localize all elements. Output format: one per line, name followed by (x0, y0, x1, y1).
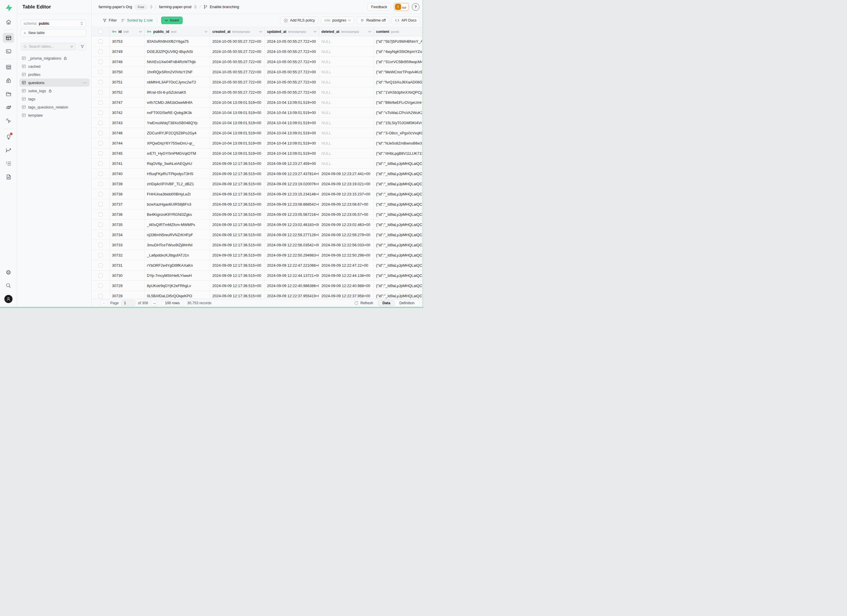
cell-content[interactable]: {"id":"5b7j5Pz9WHBNmY_A (374, 36, 424, 46)
cell-updated_at[interactable]: 2024-10-05 00:55:27.722+00 (265, 87, 319, 97)
cell-public_id[interactable]: vrlh7CMD-JtM1bOweMHfA (145, 97, 210, 107)
cell-id[interactable]: 30730 (110, 271, 145, 280)
cell-public_id[interactable]: 8yUKotr9qGYjK2eFRhgLv (145, 281, 210, 290)
cell-created_at[interactable]: 2024-10-04 13:09:01.519+00 (210, 118, 265, 128)
add-rls-policy-button[interactable]: Add RLS policy (280, 16, 318, 24)
schema-select[interactable]: schema: public (21, 20, 86, 27)
cell-updated_at[interactable]: 2024-09-09 12:22:44.13721+00 (265, 271, 319, 280)
cell-deleted_at[interactable]: NULL (319, 118, 374, 128)
cell-id[interactable]: 30735 (110, 220, 145, 230)
row-checkbox[interactable] (98, 131, 103, 135)
insert-button[interactable]: Insert (161, 16, 183, 24)
new-table-button[interactable]: + New table (21, 29, 86, 37)
cell-id[interactable]: 30742 (110, 108, 145, 118)
cell-content[interactable]: {"id":"B6tr6eEFLrOVgeUmH (374, 97, 424, 107)
cell-created_at[interactable]: 2024-09-09 12:17:36.515+00 (210, 260, 265, 270)
cell-public_id[interactable]: zHDq4c0F0VBF_TL2_dBZ1 (145, 179, 210, 189)
row-checkbox[interactable] (98, 100, 103, 105)
cell-id[interactable]: 30738 (110, 189, 145, 199)
cell-content[interactable]: {"id":"_Id9aLyJpMHQLaiQC (374, 240, 424, 250)
cell-deleted_at[interactable]: 2024-09-09 12:22:47.22+00 (319, 260, 374, 270)
cell-id[interactable]: 30750 (110, 67, 145, 77)
row-checkbox[interactable] (98, 243, 103, 247)
chevron-down-icon[interactable] (314, 31, 316, 32)
cell-content[interactable]: {"id":"fvrQ1bXoJ6XaAD08G (374, 77, 424, 87)
sidebar-table-item-tags_questions_relation[interactable]: tags_questions_relation (19, 103, 90, 111)
cell-id[interactable]: 30745 (110, 148, 145, 158)
cell-public_id[interactable]: ZDCunRYJP2CQ5Z8Po2Gy4 (145, 128, 210, 138)
cell-id[interactable]: 30743 (110, 118, 145, 128)
warnings-button[interactable]: ! (394, 3, 409, 11)
cell-deleted_at[interactable]: 2024-09-09 12:22:44.138+00 (319, 271, 374, 280)
cell-created_at[interactable]: 2024-09-09 12:17:36.515+00 (210, 209, 265, 219)
row-checkbox[interactable] (98, 151, 103, 156)
cell-public_id[interactable]: _l40sQIRTmMZfcm-MWMPs (145, 220, 210, 230)
cell-created_at[interactable]: 2024-09-09 12:17:36.515+00 (210, 220, 265, 230)
cell-deleted_at[interactable]: NULL (319, 77, 374, 87)
cell-public_id[interactable]: _La6pddxcKJIbgufATJ1n (145, 250, 210, 260)
cell-deleted_at[interactable]: NULL (319, 148, 374, 158)
cell-public_id[interactable]: Be4KignzoK9YRGNl3Zgks (145, 209, 210, 219)
row-checkbox[interactable] (98, 284, 103, 288)
cell-public_id[interactable]: lEfA0sRh9hIXf62Y6ga75 (145, 36, 210, 46)
cell-created_at[interactable]: 2024-10-04 13:09:01.519+00 (210, 97, 265, 107)
cell-deleted_at[interactable]: 2024-09-09 12:23:27.441+00 (319, 169, 374, 178)
api-docs-button[interactable]: API Docs (391, 16, 420, 24)
row-checkbox[interactable] (98, 60, 103, 64)
cell-updated_at[interactable]: 2024-09-09 12:22:37.955419+00 (265, 291, 319, 299)
cell-public_id[interactable]: H5uqFKpRUTPkjxdysT3HS (145, 169, 210, 178)
cell-created_at[interactable]: 2024-10-05 00:55:27.722+00 (210, 67, 265, 77)
cell-created_at[interactable]: 2024-10-04 13:09:01.519+00 (210, 108, 265, 118)
column-header-deleted_at[interactable]: deleted_attimestamptz (319, 27, 374, 36)
cell-public_id[interactable]: nxFT002ISeRE-Qobg3K3k (145, 108, 210, 118)
row-checkbox[interactable] (98, 39, 103, 44)
cell-updated_at[interactable]: 2024-09-09 12:22:59.277128+00 (265, 230, 319, 240)
cell-created_at[interactable]: 2024-09-09 12:17:36.515+00 (210, 250, 265, 260)
cell-id[interactable]: 30744 (110, 138, 145, 148)
cell-created_at[interactable]: 2024-10-05 00:55:27.722+00 (210, 47, 265, 56)
plan-badge[interactable]: Free (135, 4, 147, 10)
cell-updated_at[interactable]: 2024-10-04 13:09:01.519+00 (265, 138, 319, 148)
column-header-created_at[interactable]: created_attimestamptz (210, 27, 265, 36)
help-button[interactable]: ? (412, 3, 419, 11)
row-checkbox[interactable] (98, 172, 103, 176)
cell-deleted_at[interactable]: 2024-09-09 12:23:08.67+00 (319, 199, 374, 209)
cell-content[interactable]: {"id":"MeWCriorTPopA4Kc9 (374, 67, 424, 77)
cell-content[interactable]: {"id":"_Id9aLyJpMHQLaiQC (374, 260, 424, 270)
cell-updated_at[interactable]: 2024-09-09 12:23:19.020076+00 (265, 179, 319, 189)
cell-deleted_at[interactable]: NULL (319, 138, 374, 148)
cell-deleted_at[interactable]: 2024-09-09 12:22:40.988+00 (319, 281, 374, 290)
cell-updated_at[interactable]: 2024-10-04 13:09:01.519+00 (265, 148, 319, 158)
cell-content[interactable]: {"id":"_Id9aLyJpMHQLaiQC (374, 281, 424, 290)
cell-public_id[interactable]: 3muDHTceTWso9IZj8hHNI (145, 240, 210, 250)
cell-public_id[interactable]: DGEJfJZPQUV9Q-IBqsNSi (145, 47, 210, 56)
column-header-content[interactable]: contentjsonb (374, 27, 424, 36)
cell-deleted_at[interactable]: 2024-09-09 12:23:15.237+00 (319, 189, 374, 199)
cell-updated_at[interactable]: 2024-09-09 12:23:08.668542+00 (265, 199, 319, 209)
rows-per-page-button[interactable]: 100 rows (162, 300, 183, 306)
cell-updated_at[interactable]: 2024-10-05 00:55:27.722+00 (265, 36, 319, 46)
cell-content[interactable]: {"id":"_Id9aLyJpMHQLaiQC (374, 179, 424, 189)
sidebar-table-item-questions[interactable]: questions⋯ (19, 78, 90, 87)
cell-created_at[interactable]: 2024-09-09 12:17:36.515+00 (210, 169, 265, 178)
cell-public_id[interactable]: XPQwDIqY6Y75SwDnU-qr_ (145, 138, 210, 148)
cell-content[interactable]: {"id":"NJe5s8ZmBwnoB6e3 (374, 138, 424, 148)
feedback-button[interactable]: Feedback (367, 3, 391, 11)
cell-updated_at[interactable]: 2024-10-05 00:55:27.722+00 (265, 77, 319, 87)
cell-content[interactable]: {"id":"1VASb3phnXXkQPCpv (374, 87, 424, 97)
cell-id[interactable]: 30740 (110, 169, 145, 178)
cell-id[interactable]: 30732 (110, 250, 145, 260)
cell-updated_at[interactable]: 2024-10-05 00:55:27.722+00 (265, 47, 319, 56)
cell-content[interactable]: {"id":"_Id9aLyJpMHQLaiQC (374, 230, 424, 240)
row-checkbox[interactable] (98, 90, 103, 94)
cell-created_at[interactable]: 2024-10-05 00:55:27.722+00 (210, 36, 265, 46)
logs-nav[interactable] (3, 159, 14, 168)
cell-updated_at[interactable]: 2024-09-09 12:23:15.234146+00 (265, 189, 319, 199)
cell-updated_at[interactable]: 2024-09-09 12:22:47.221066+00 (265, 260, 319, 270)
cell-public_id[interactable]: nj336mN5reuRVNZrKHFpF (145, 230, 210, 240)
row-checkbox[interactable] (98, 192, 103, 196)
row-checkbox[interactable] (98, 202, 103, 206)
cell-id[interactable]: 30739 (110, 179, 145, 189)
row-checkbox[interactable] (98, 141, 103, 146)
cell-id[interactable]: 30753 (110, 36, 145, 46)
